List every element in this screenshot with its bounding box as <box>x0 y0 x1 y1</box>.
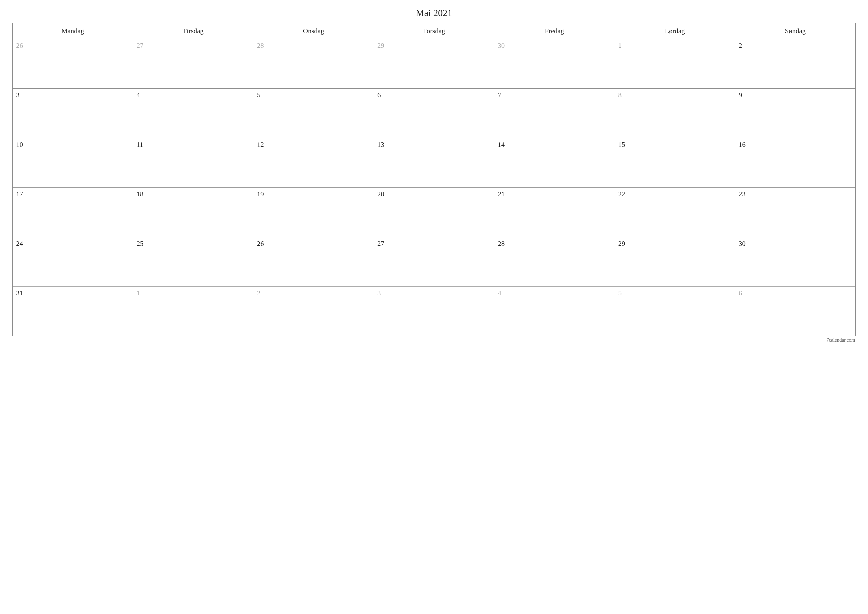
calendar-day-cell: 14 <box>494 138 615 188</box>
weekday-header: Mandag <box>12 23 133 39</box>
weekday-header: Lørdag <box>615 23 735 39</box>
calendar-day-cell: 27 <box>133 39 253 89</box>
calendar-week-row: 10111213141516 <box>12 138 856 188</box>
calendar-day-cell: 30 <box>494 39 615 89</box>
calendar-day-cell: 2 <box>735 39 856 89</box>
calendar-day-cell: 26 <box>12 39 133 89</box>
calendar-week-row: 262728293012 <box>12 39 856 89</box>
calendar-body: 2627282930123456789101112131415161718192… <box>12 39 856 336</box>
calendar-day-cell: 3 <box>374 287 494 336</box>
calendar-day-cell: 25 <box>133 237 253 287</box>
calendar-day-cell: 17 <box>12 188 133 237</box>
calendar-day-cell: 7 <box>494 89 615 138</box>
calendar-day-cell: 6 <box>735 287 856 336</box>
calendar-day-cell: 4 <box>494 287 615 336</box>
calendar-day-cell: 2 <box>253 287 374 336</box>
calendar-week-row: 24252627282930 <box>12 237 856 287</box>
calendar-day-cell: 29 <box>615 237 735 287</box>
calendar-day-cell: 22 <box>615 188 735 237</box>
calendar-day-cell: 30 <box>735 237 856 287</box>
calendar-day-cell: 24 <box>12 237 133 287</box>
calendar-day-cell: 31 <box>12 287 133 336</box>
calendar-week-row: 3456789 <box>12 89 856 138</box>
weekday-header: Fredag <box>494 23 615 39</box>
calendar-day-cell: 8 <box>615 89 735 138</box>
calendar-day-cell: 27 <box>374 237 494 287</box>
calendar-day-cell: 20 <box>374 188 494 237</box>
calendar-day-cell: 5 <box>253 89 374 138</box>
calendar-week-row: 31123456 <box>12 287 856 336</box>
footer-credit: 7calendar.com <box>12 337 856 343</box>
calendar-day-cell: 5 <box>615 287 735 336</box>
calendar-day-cell: 4 <box>133 89 253 138</box>
calendar-day-cell: 6 <box>374 89 494 138</box>
calendar-day-cell: 1 <box>133 287 253 336</box>
calendar-day-cell: 23 <box>735 188 856 237</box>
calendar-day-cell: 13 <box>374 138 494 188</box>
calendar-title: Mai 2021 <box>12 8 856 18</box>
calendar-day-cell: 28 <box>494 237 615 287</box>
calendar-day-cell: 21 <box>494 188 615 237</box>
weekday-header: Søndag <box>735 23 856 39</box>
calendar-day-cell: 16 <box>735 138 856 188</box>
weekday-header-row: Mandag Tirsdag Onsdag Torsdag Fredag Lør… <box>12 23 856 39</box>
calendar-day-cell: 29 <box>374 39 494 89</box>
calendar-week-row: 17181920212223 <box>12 188 856 237</box>
calendar-day-cell: 26 <box>253 237 374 287</box>
calendar-day-cell: 11 <box>133 138 253 188</box>
calendar-day-cell: 28 <box>253 39 374 89</box>
calendar-day-cell: 19 <box>253 188 374 237</box>
calendar-day-cell: 9 <box>735 89 856 138</box>
calendar-day-cell: 15 <box>615 138 735 188</box>
calendar-day-cell: 18 <box>133 188 253 237</box>
calendar-day-cell: 10 <box>12 138 133 188</box>
calendar-day-cell: 3 <box>12 89 133 138</box>
calendar-grid: Mandag Tirsdag Onsdag Torsdag Fredag Lør… <box>12 23 856 336</box>
calendar-day-cell: 12 <box>253 138 374 188</box>
weekday-header: Tirsdag <box>133 23 253 39</box>
weekday-header: Torsdag <box>374 23 494 39</box>
weekday-header: Onsdag <box>253 23 374 39</box>
calendar-day-cell: 1 <box>615 39 735 89</box>
